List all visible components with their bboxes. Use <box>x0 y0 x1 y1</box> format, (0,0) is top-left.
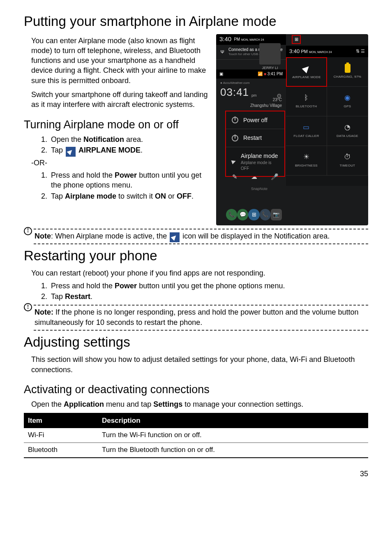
profile-chip: JERRY LI <box>256 60 284 70</box>
note-airplane-icon: ! Note: When Airplane mode is active, th… <box>24 231 368 241</box>
settings-table: Item Description Wi-Fi Turn the Wi-Fi fu… <box>24 413 368 458</box>
page-number: 35 <box>24 469 368 479</box>
usb-icon: Ψ <box>219 49 225 55</box>
step-restart-tap: Tap Restart. <box>49 292 367 301</box>
dock-bar: 📞 💬 ⊞ 📞 📷 <box>226 206 282 223</box>
toggle-data-usage[interactable]: ◔ DATA USAGE <box>327 116 368 146</box>
image-icon: ▣ <box>219 71 223 77</box>
battery-icon <box>345 64 350 73</box>
heading-adjust: Adjusting settings <box>24 333 368 352</box>
sms-icon[interactable]: 💬 <box>237 209 248 220</box>
or-label: -OR- <box>31 158 209 168</box>
phone-screenshot: 3:40 PM MON, MARCH 24 ⊞ Ψ Connected as a… <box>216 34 368 225</box>
para-adjust: This section will show you how to adjust… <box>31 354 367 375</box>
steps-power-menu: Press and hold the Power button until yo… <box>42 170 209 201</box>
quick-settings-icon[interactable]: ⊞ <box>292 35 301 44</box>
warning-icon: ! <box>24 227 32 235</box>
table-row: Bluetooth Turn the Bluetooth function on… <box>24 442 368 457</box>
warning-icon: ! <box>24 303 32 311</box>
brightness-icon: ☀ <box>302 153 311 162</box>
heading-airplane: Putting your smartphone in Airplane mode <box>24 12 368 31</box>
toggle-timeout[interactable]: ⏱ TIMEOUT <box>327 146 368 176</box>
timeout-icon: ⏱ <box>343 153 352 162</box>
power-icon <box>232 117 238 123</box>
cloud-icon[interactable]: ☁ <box>251 173 257 181</box>
airplane-icon <box>302 64 311 73</box>
toggle-gps[interactable]: ◉ GPS <box>327 87 368 116</box>
power-off-option[interactable]: Power off <box>226 111 284 130</box>
toggle-airplane-mode[interactable]: AIRPLANE MODE <box>286 57 327 87</box>
power-icon <box>232 135 238 141</box>
quick-settings-panel: 3:40 PM MON, MARCH 24 ⇅ ☰ AIRPLANE MODE … <box>286 46 368 186</box>
float-caller-icon: ▭ <box>302 123 311 132</box>
heading-activating: Activating or deactivating connections <box>24 382 368 397</box>
toggle-bluetooth[interactable]: ᛒ BLUETOOTH <box>286 87 327 116</box>
note-force-restart: ! Note: If the phone is no longer respon… <box>24 307 368 327</box>
step-tap-airplane-mode: Tap Airplane mode to switch it ON or OFF… <box>49 191 209 201</box>
step-tap-airplane: Tap AIRPLANE MODE. <box>49 145 209 155</box>
table-header-row: Item Description <box>24 413 368 428</box>
step-restart-hold: Press and hold the Power button until yo… <box>49 281 367 291</box>
gps-icon: ◉ <box>343 93 352 102</box>
airplane-icon <box>231 159 237 164</box>
steps-restart: Press and hold the Power button until yo… <box>42 281 367 302</box>
airplane-icon <box>170 232 180 242</box>
table-row: Wi-Fi Turn the Wi-Fi function on or off. <box>24 428 368 442</box>
para-activating: Open the Application menu and tap Settin… <box>31 399 367 409</box>
toggle-charging[interactable]: CHARGING, 97% <box>327 57 368 87</box>
mic-icon[interactable]: 🎤 <box>271 173 279 181</box>
th-description: Description <box>98 413 368 428</box>
power-menu: Power off Restart Airplane mode Airplane… <box>225 111 285 177</box>
para-airplane-intro: You can enter Airplane mode (also known … <box>31 36 209 86</box>
soft-button-row: ✎ ☁ 🎤 <box>225 170 285 185</box>
bluetooth-icon: ᛒ <box>302 93 311 102</box>
th-item: Item <box>24 413 98 428</box>
phone2-icon[interactable]: 📞 <box>260 209 271 220</box>
app-drawer-icon[interactable]: ⊞ <box>248 209 259 220</box>
step-open-notification: Open the Notification area. <box>49 134 209 144</box>
toggle-brightness[interactable]: ☀ BRIGHTNESS <box>286 146 327 176</box>
heading-turning: Turning Airplane mode on or off <box>24 117 210 132</box>
pen-icon[interactable]: ✎ <box>232 173 238 181</box>
airplane-icon <box>66 147 76 157</box>
para-restart: You can restart (reboot) your phone if y… <box>31 268 367 278</box>
snapnote-label: SnapNote <box>241 186 278 191</box>
restart-option[interactable]: Restart <box>226 129 284 147</box>
status-bar-inner: ▣ 📶 ■ 3:41 PM <box>216 70 286 79</box>
data-usage-icon: ◔ <box>343 123 352 132</box>
para-airplane-takeoff: Switch your smartphone off during takeof… <box>31 90 209 110</box>
settings-icons[interactable]: ⇅ ☰ <box>356 48 365 54</box>
camera-icon[interactable]: 📷 <box>271 209 282 220</box>
heading-restart: Restarting your phone <box>24 247 368 265</box>
weather-widget: ● AccuWeather.com 03:41 pm ⚙ 23°CZhangsh… <box>216 79 286 111</box>
phone-icon[interactable]: 📞 <box>226 209 237 220</box>
toggle-float-caller[interactable]: ▭ FLOAT CALLER <box>286 116 327 146</box>
step-hold-power: Press and hold the Power button until yo… <box>49 170 209 190</box>
steps-notification: Open the Notification area. Tap AIRPLANE… <box>42 134 209 155</box>
